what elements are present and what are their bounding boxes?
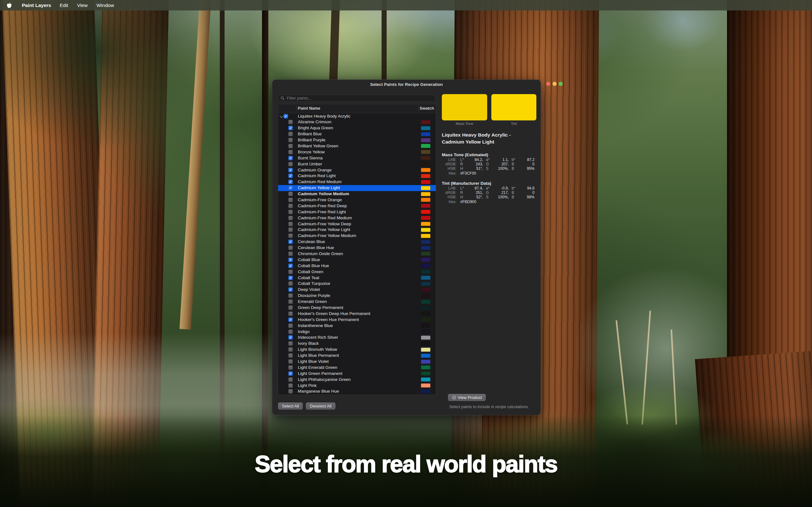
filter-input[interactable]: [286, 95, 433, 101]
paint-checkbox[interactable]: [288, 299, 293, 304]
paint-row[interactable]: Green Deep Permanent: [278, 305, 436, 311]
paint-checkbox[interactable]: [288, 389, 293, 394]
paint-row[interactable]: Emerald Green: [278, 299, 436, 305]
paint-row[interactable]: Cadmium-Free Red Light: [278, 209, 436, 215]
paint-row[interactable]: Cadmium-Free Red Medium: [278, 215, 436, 221]
paint-row[interactable]: Light Blue Permanent: [278, 353, 436, 359]
menu-item-view[interactable]: View: [72, 3, 92, 8]
paint-checkbox[interactable]: ✓: [288, 180, 293, 184]
filter-field[interactable]: [278, 95, 436, 101]
paint-checkbox[interactable]: [288, 132, 293, 136]
paint-row[interactable]: Alizarine Crimson: [278, 119, 436, 125]
paint-checkbox[interactable]: [288, 312, 293, 316]
paint-checkbox[interactable]: [288, 210, 293, 214]
menu-item-window[interactable]: Window: [92, 3, 118, 8]
paint-checkbox[interactable]: ✓: [288, 276, 293, 280]
paint-checkbox[interactable]: ✓: [288, 335, 293, 340]
paint-row[interactable]: Light Blue Violet: [278, 359, 436, 365]
paint-row[interactable]: Dioxazine Purple: [278, 293, 436, 299]
paint-row[interactable]: ✓Liquitex Heavy Body Acrylic: [278, 113, 436, 119]
paint-checkbox[interactable]: [288, 228, 293, 232]
paint-row[interactable]: ✓Cobalt Blue Hue: [278, 263, 436, 269]
paint-checkbox[interactable]: ✓: [288, 186, 293, 190]
paint-checkbox[interactable]: [288, 281, 293, 286]
paint-row[interactable]: ✓Cobalt Blue: [278, 257, 436, 263]
paint-row[interactable]: ✓Deep Violet: [278, 287, 436, 293]
paint-row[interactable]: ✓Cadmium Yellow Light: [278, 185, 436, 191]
paint-checkbox[interactable]: ✓: [288, 156, 293, 160]
paint-checkbox[interactable]: [288, 120, 293, 124]
paint-row[interactable]: Cobalt Turquoise: [278, 281, 436, 287]
paint-checkbox[interactable]: [288, 383, 293, 388]
paint-row[interactable]: Hooker's Green Deep Hue Permanent: [278, 311, 436, 317]
paint-row[interactable]: Brilliant Purple: [278, 137, 436, 143]
paint-checkbox[interactable]: [288, 222, 293, 226]
menu-item-edit[interactable]: Edit: [55, 3, 72, 8]
paint-checkbox[interactable]: [288, 251, 293, 256]
paint-checkbox[interactable]: [288, 198, 293, 202]
paint-row[interactable]: Brilliant Blue: [278, 131, 436, 137]
paint-row[interactable]: Light Emerald Green: [278, 364, 436, 371]
paint-checkbox[interactable]: ✓: [288, 258, 293, 262]
paint-checkbox[interactable]: [288, 293, 293, 298]
paint-checkbox[interactable]: ✓: [288, 264, 293, 268]
paint-row[interactable]: Burnt Umber: [278, 161, 436, 167]
paint-row[interactable]: ✓Bright Aqua Green: [278, 125, 436, 131]
app-menu-paint-layers[interactable]: Paint Layers: [18, 3, 55, 8]
paint-checkbox[interactable]: ✓: [288, 318, 293, 322]
paint-row[interactable]: Bronze Yellow: [278, 149, 436, 155]
paint-row[interactable]: Manganese Blue Hue: [278, 389, 436, 395]
paint-row[interactable]: Cadmium-Free Red Deep: [278, 203, 436, 209]
paint-checkbox[interactable]: [288, 144, 293, 148]
paint-row[interactable]: Cadmium-Free Yellow Light: [278, 227, 436, 233]
paint-row[interactable]: Indigo: [278, 329, 436, 335]
paint-checkbox[interactable]: ✓: [288, 174, 293, 178]
paint-row[interactable]: ✓Burnt Sienna: [278, 155, 436, 161]
paint-checkbox[interactable]: [288, 270, 293, 274]
paint-checkbox[interactable]: [288, 233, 293, 238]
paint-row[interactable]: Cerulean Blue Hue: [278, 245, 436, 251]
paint-row[interactable]: ✓Light Green Permanent: [278, 371, 436, 377]
paint-row[interactable]: Light Pink: [278, 383, 436, 389]
close-button[interactable]: [546, 82, 550, 86]
paint-checkbox[interactable]: [288, 245, 293, 250]
paint-row[interactable]: ✓Cadmium Red Light: [278, 173, 436, 179]
paint-checkbox[interactable]: ✓: [288, 168, 293, 172]
paint-row[interactable]: Cadmium-Free Yellow Medium: [278, 233, 436, 239]
paint-row[interactable]: Brilliant Yellow Green: [278, 143, 436, 149]
paint-row[interactable]: ✓Hooker's Green Hue Permanent: [278, 317, 436, 323]
paint-checkbox[interactable]: [288, 330, 293, 334]
paint-checkbox[interactable]: [288, 353, 293, 358]
paint-row[interactable]: Cadmium-Free Orange: [278, 197, 436, 203]
disclosure-chevron-icon[interactable]: [280, 114, 283, 118]
paint-row[interactable]: Light Bismuth Yellow: [278, 347, 436, 353]
paint-checkbox[interactable]: ✓: [288, 239, 293, 244]
paint-checkbox[interactable]: [288, 138, 293, 142]
paint-checkbox[interactable]: [288, 359, 293, 364]
paint-checkbox[interactable]: [288, 305, 293, 310]
paint-row[interactable]: ✓Cerulean Blue: [278, 239, 436, 245]
paint-checkbox[interactable]: ✓: [284, 114, 288, 118]
paint-checkbox[interactable]: [288, 150, 293, 154]
paint-checkbox[interactable]: [288, 365, 293, 370]
paint-checkbox[interactable]: [288, 204, 293, 208]
paint-row[interactable]: Ivory Black: [278, 341, 436, 347]
paint-checkbox[interactable]: ✓: [288, 126, 293, 130]
view-product-button[interactable]: View Product: [448, 394, 486, 401]
deselect-all-button[interactable]: Deselect All: [306, 402, 336, 410]
paint-row[interactable]: ✓Iridescent Rich Silver: [278, 335, 436, 341]
paint-row[interactable]: Cadmium Yellow Medium: [278, 191, 436, 197]
paint-checkbox[interactable]: [288, 162, 293, 166]
paint-checkbox[interactable]: ✓: [288, 372, 293, 376]
paint-row[interactable]: ✓Cadmium Red Medium: [278, 179, 436, 185]
paint-checkbox[interactable]: [288, 341, 293, 346]
paint-checkbox[interactable]: ✓: [288, 287, 293, 292]
paint-checkbox[interactable]: [288, 192, 293, 196]
paint-checkbox[interactable]: [288, 347, 293, 352]
paint-checkbox[interactable]: [288, 324, 293, 328]
zoom-button[interactable]: [559, 82, 563, 86]
select-all-button[interactable]: Select All: [278, 402, 303, 410]
paint-row[interactable]: Cadmium-Free Yellow Deep: [278, 221, 436, 227]
paint-row[interactable]: ✓Cobalt Teal: [278, 275, 436, 281]
minimize-button[interactable]: [553, 82, 557, 86]
